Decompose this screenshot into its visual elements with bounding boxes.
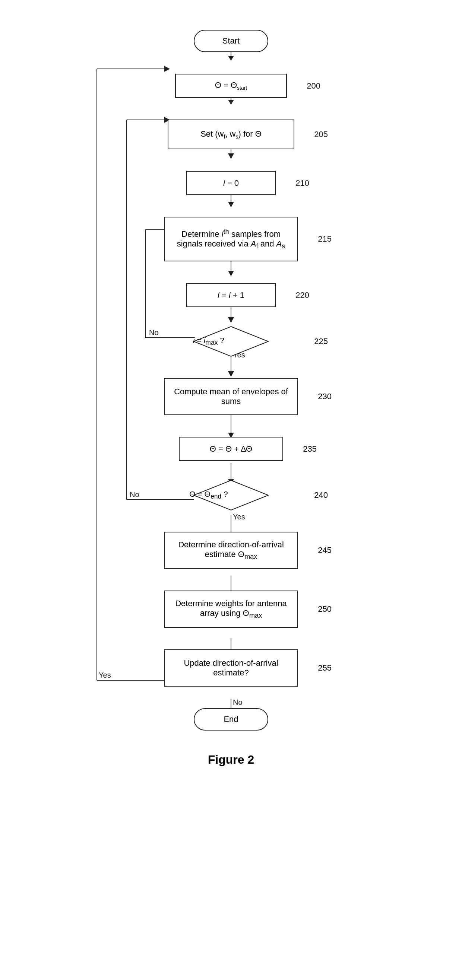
svg-text:Yes: Yes: [99, 671, 111, 679]
node205-wrapper: Set (wf, ws) for Θ 205: [168, 119, 294, 149]
figure-title-wrapper: Figure 2: [208, 753, 254, 767]
node245-wrapper: Determine direction-of-arrival estimate …: [164, 532, 298, 569]
node245: Determine direction-of-arrival estimate …: [164, 532, 298, 569]
node230: Compute mean of envelopes of sums: [164, 378, 298, 415]
svg-marker-9: [228, 271, 234, 276]
node225-wrapper: i = imax ? 225: [168, 326, 294, 356]
node230-wrapper: Compute mean of envelopes of sums 230: [164, 378, 298, 415]
svg-marker-11: [228, 317, 234, 323]
step255-label: 255: [318, 663, 331, 673]
step205-label: 205: [314, 130, 328, 139]
svg-marker-17: [228, 371, 234, 377]
node200-label: Θ = Θstart: [215, 80, 247, 91]
node200: Θ = Θstart: [175, 74, 287, 98]
node230-text: Compute mean of envelopes of sums: [165, 383, 297, 410]
node210: i = 0: [186, 171, 276, 195]
step225-label: 225: [314, 337, 328, 346]
end-label: End: [223, 714, 238, 724]
step240-label: 240: [314, 490, 328, 500]
node220-label: i = i + 1: [218, 290, 244, 300]
node250-text: Determine weights for antenna array usin…: [165, 595, 297, 623]
node255-text: Update direction-of-arrival estimate?: [165, 655, 297, 681]
svg-text:Yes: Yes: [233, 513, 245, 521]
end-node-wrapper: End: [194, 708, 268, 730]
step235-label: 235: [303, 444, 317, 454]
step220-label: 220: [295, 290, 309, 300]
node210-wrapper: i = 0 210: [186, 171, 276, 195]
svg-text:No: No: [130, 490, 139, 499]
node215-wrapper: Determine ith samples from signals recei…: [164, 217, 298, 261]
step250-label: 250: [318, 604, 331, 614]
start-label: Start: [222, 36, 240, 46]
node225-text-wrapper: i = imax ?: [145, 326, 272, 356]
node205: Set (wf, ws) for Θ: [168, 119, 294, 149]
flowchart-container: No Yes No Yes Yes No Start Θ = Θstart 20…: [0, 0, 462, 789]
node250-wrapper: Determine weights for antenna array usin…: [164, 590, 298, 628]
step245-label: 245: [318, 546, 331, 555]
start-node-wrapper: Start: [194, 30, 268, 52]
node215: Determine ith samples from signals recei…: [164, 217, 298, 261]
svg-marker-7: [228, 202, 234, 207]
start-node: Start: [194, 30, 268, 52]
node255-wrapper: Update direction-of-arrival estimate? 25…: [164, 649, 298, 687]
svg-marker-5: [228, 153, 234, 159]
svg-marker-3: [228, 100, 234, 105]
node225-text: i = imax ?: [193, 336, 224, 347]
svg-marker-1: [228, 56, 234, 61]
figure-title: Figure 2: [208, 753, 254, 766]
node240-text: Θ = Θend ?: [189, 490, 228, 500]
step215-label: 215: [318, 234, 331, 244]
node240-wrapper: Θ = Θend ? 240: [168, 480, 294, 510]
svg-text:No: No: [233, 698, 242, 706]
node240-text-wrapper: Θ = Θend ?: [145, 480, 272, 510]
node235-text: Θ = Θ + ΔΘ: [210, 444, 253, 454]
node245-text: Determine direction-of-arrival estimate …: [165, 536, 297, 565]
node255: Update direction-of-arrival estimate?: [164, 649, 298, 687]
step230-label: 230: [318, 392, 331, 401]
node220: i = i + 1: [186, 283, 276, 307]
node200-wrapper: Θ = Θstart 200: [175, 74, 287, 98]
svg-marker-35: [164, 66, 170, 72]
node205-label: Set (wf, ws) for Θ: [201, 129, 261, 140]
node215-text: Determine ith samples from signals recei…: [165, 224, 297, 254]
end-node: End: [194, 708, 268, 730]
step200-label: 200: [307, 81, 320, 91]
node235-wrapper: Θ = Θ + ΔΘ 235: [179, 437, 283, 461]
node235: Θ = Θ + ΔΘ: [179, 437, 283, 461]
node220-wrapper: i = i + 1 220: [186, 283, 276, 307]
node210-label: i = 0: [223, 178, 239, 188]
step210-label: 210: [295, 178, 309, 188]
node250: Determine weights for antenna array usin…: [164, 590, 298, 628]
